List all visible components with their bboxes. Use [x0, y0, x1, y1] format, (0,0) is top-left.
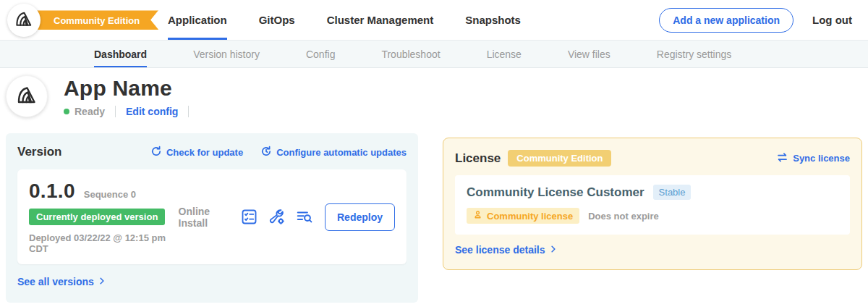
schedule-update-icon — [260, 146, 272, 159]
app-header: App Name Ready Edit config — [0, 68, 868, 117]
license-card: License Community Edition Sync license C… — [443, 138, 862, 270]
logout-link[interactable]: Log out — [812, 14, 852, 26]
customer-name: Community License Customer — [467, 185, 644, 200]
subnav-item-config[interactable]: Config — [306, 41, 335, 67]
license-card-title: License — [455, 151, 501, 166]
customer-line: Community License Customer Stable — [467, 185, 838, 200]
status-dot — [64, 109, 69, 114]
page-title: App Name — [64, 76, 199, 100]
license-card-header: License Community Edition Sync license — [455, 150, 850, 167]
deploy-logs-icon[interactable] — [295, 208, 313, 226]
deployed-timestamp: Deployed 03/22/22 @ 12:15 pm CDT — [29, 232, 179, 254]
chevron-right-icon — [549, 244, 558, 256]
subnav-item-view-files[interactable]: View files — [568, 41, 610, 67]
config-wrench-icon[interactable] — [268, 208, 286, 226]
channel-badge: Stable — [653, 185, 692, 200]
check-for-update-link[interactable]: Check for update — [150, 146, 243, 159]
top-bar-right: Add a new application Log out — [659, 0, 852, 40]
install-type-label: Online Install — [179, 206, 229, 229]
divider — [115, 106, 116, 117]
edit-config-link[interactable]: Edit config — [126, 106, 178, 117]
expiry-text: Does not expire — [588, 211, 659, 222]
app-meta: App Name Ready Edit config — [64, 76, 199, 117]
license-type-row: Community license Does not expire — [467, 208, 838, 224]
status-badge: Ready — [75, 106, 105, 117]
subnav-item-version-history[interactable]: Version history — [193, 41, 260, 67]
community-license-badge: Community license — [467, 208, 579, 224]
sequence-label: Sequence 0 — [84, 189, 136, 200]
nav-item-gitops[interactable]: GitOps — [259, 0, 295, 40]
nav-item-cluster-management[interactable]: Cluster Management — [327, 0, 434, 40]
currently-deployed-badge: Currently deployed version — [29, 209, 165, 225]
sync-license-link[interactable]: Sync license — [776, 152, 850, 165]
app-status-row: Ready Edit config — [64, 106, 199, 117]
nav-item-application[interactable]: Application — [168, 0, 227, 40]
nav-item-snapshots[interactable]: Snapshots — [465, 0, 521, 40]
app-avatar — [6, 75, 48, 117]
refresh-icon — [150, 146, 162, 159]
app-logo-badge — [7, 4, 41, 37]
version-card-actions: Check for update Configure automatic upd… — [150, 146, 407, 159]
subnav-item-dashboard[interactable]: Dashboard — [94, 41, 147, 67]
community-edition-badge: Community Edition — [508, 150, 611, 167]
community-edition-ribbon: Community Edition — [27, 10, 158, 30]
divider — [188, 106, 189, 117]
replicated-logo-icon — [15, 83, 38, 109]
subnav-item-license[interactable]: License — [487, 41, 522, 67]
sync-arrows-icon — [776, 152, 788, 165]
dashboard-cards: Version Check for update — [0, 133, 868, 303]
brand: Community Edition — [0, 0, 158, 40]
see-license-details-link[interactable]: See license details — [455, 244, 558, 256]
add-new-application-button[interactable]: Add a new application — [659, 8, 793, 33]
subnav-item-registry-settings[interactable]: Registry settings — [657, 41, 731, 67]
subnav-item-troubleshoot[interactable]: Troubleshoot — [381, 41, 440, 67]
version-card: Version Check for update — [6, 133, 418, 303]
current-version-info: 0.1.0 Sequence 0 Currently deployed vers… — [29, 180, 179, 254]
preflight-checks-icon[interactable] — [240, 208, 258, 226]
license-details-panel: Community License Customer Stable Commun… — [455, 175, 850, 235]
app-subnav: Dashboard Version history Config Trouble… — [0, 41, 868, 68]
main-nav: Application GitOps Cluster Management Sn… — [168, 0, 521, 40]
version-line: 0.1.0 Sequence 0 — [29, 180, 179, 203]
version-number: 0.1.0 — [29, 180, 75, 203]
top-bar: Community Edition Application GitOps Clu… — [0, 0, 868, 41]
version-controls: Online Install — [179, 203, 395, 231]
see-all-versions-link[interactable]: See all versions — [17, 276, 106, 287]
version-card-title: Version — [17, 145, 61, 159]
configure-automatic-updates-link[interactable]: Configure automatic updates — [260, 146, 407, 159]
person-icon — [473, 210, 482, 222]
chevron-right-icon — [98, 276, 106, 287]
version-card-header: Version Check for update — [17, 145, 407, 159]
replicated-logo-icon — [14, 9, 34, 32]
redeploy-button[interactable]: Redeploy — [325, 203, 395, 231]
current-version-panel: 0.1.0 Sequence 0 Currently deployed vers… — [17, 169, 407, 264]
